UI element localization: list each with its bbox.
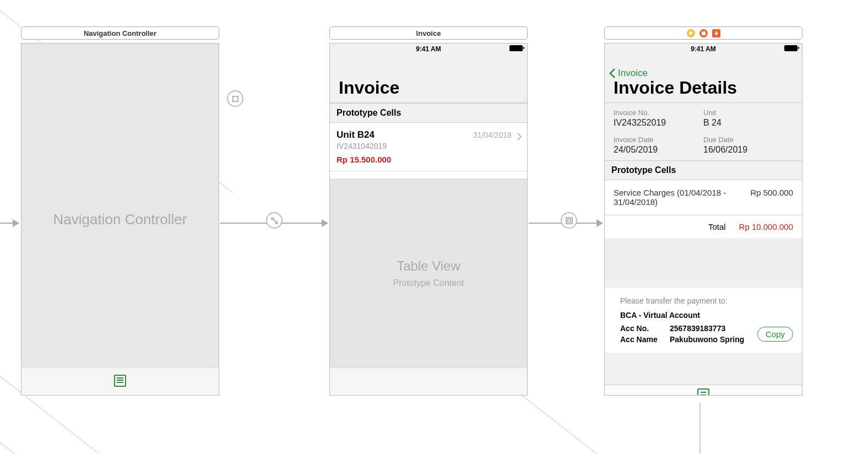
entry-point-arrow	[0, 219, 19, 227]
status-bar: 9:41 AM	[605, 44, 802, 55]
first-responder-icon	[699, 29, 708, 37]
spacer	[605, 238, 802, 288]
segue-show-icon[interactable]	[561, 212, 577, 229]
acc-name-value: Pakubuwono Spring	[670, 335, 757, 344]
line-item-desc: Service Charges (01/04/2018 - 31/04/2018…	[614, 188, 750, 207]
svg-line-2	[273, 219, 276, 222]
chevron-right-icon	[517, 133, 522, 143]
tab-bar[interactable]: Invoice	[605, 385, 802, 396]
acc-no-value: 2567839183773	[670, 324, 757, 333]
svg-rect-4	[566, 217, 572, 223]
page-title: Invoice	[339, 78, 399, 98]
status-bar: 9:41 AM	[330, 44, 527, 55]
cell-date: 31/04/2018	[473, 131, 512, 139]
scene-title-label: Invoice	[416, 29, 441, 37]
payment-instruction: Please transfer the payment to:	[620, 296, 793, 305]
placeholder-label: Navigation Controller	[53, 211, 187, 228]
placeholder-title: Table View	[397, 258, 460, 274]
invoice-date-value: 24/05/2019	[614, 145, 703, 155]
phone-frame: 9:41 AM Navigation Controller	[21, 43, 219, 396]
invoice-no-value: IV243252019	[614, 118, 703, 128]
scene-invoice-details[interactable]: 9:41 AM Invoice Invoice Details Invoice …	[604, 26, 802, 396]
background-line	[699, 402, 701, 454]
invoice-cell[interactable]: Unit B24 IV2431042019 Rp 15.500.000 31/0…	[330, 123, 527, 171]
scene-title-label: Navigation Controller	[84, 29, 156, 37]
invoice-tab-icon	[697, 388, 709, 396]
background-line	[0, 408, 86, 454]
svg-rect-5	[567, 219, 571, 222]
payment-info: Please transfer the payment to: BCA - Vi…	[605, 288, 802, 353]
invoice-no-label: Invoice No.	[614, 109, 703, 117]
svg-point-1	[275, 221, 278, 224]
total-amount: Rp 10.000.000	[739, 222, 793, 231]
cell-price: Rp 15.500.000	[337, 155, 520, 164]
back-label: Invoice	[618, 68, 648, 79]
svg-rect-7	[702, 31, 706, 35]
table-view-placeholder: Table View Prototype Content	[330, 179, 527, 367]
segue-embed-icon[interactable]	[227, 90, 243, 107]
total-row: Total Rp 10.000.000	[605, 215, 802, 238]
phone-frame: 9:41 AM Invoice Invoice Details Invoice …	[604, 43, 802, 396]
scene-navigation-controller[interactable]: Navigation Controller 9:41 AM Navigation…	[21, 26, 219, 396]
total-label: Total	[708, 222, 726, 231]
svg-point-0	[271, 217, 273, 219]
status-time: 9:41 AM	[416, 45, 441, 53]
page-title: Invoice Details	[614, 78, 737, 98]
scene-title-bar[interactable]: Invoice	[329, 26, 528, 40]
unit-label: Unit	[703, 109, 793, 117]
cell-spacer	[330, 171, 527, 179]
scene-invoice[interactable]: Invoice 9:41 AM Invoice Prototype Cells …	[329, 26, 528, 396]
tab-bar-placeholder	[330, 367, 527, 395]
nav-controller-placeholder: Navigation Controller	[21, 44, 219, 395]
section-header: Prototype Cells	[605, 160, 802, 180]
battery-icon	[509, 45, 523, 51]
exit-icon	[712, 29, 720, 37]
svg-rect-3	[232, 96, 237, 101]
nav-bar: Invoice Invoice Details	[605, 55, 802, 103]
unit-value: B 24	[703, 118, 793, 128]
section-header: Prototype Cells	[330, 103, 527, 123]
tab-bar-placeholder	[21, 367, 219, 395]
acc-no-label: Acc No.	[620, 324, 670, 333]
placeholder-subtitle: Prototype Content	[393, 278, 464, 288]
nav-bar: Invoice	[330, 55, 527, 103]
scene-title-bar[interactable]	[604, 26, 802, 40]
invoice-tab-icon	[114, 375, 126, 387]
line-item-row: Service Charges (01/04/2018 - 31/04/2018…	[605, 180, 802, 215]
segue-relationship-icon[interactable]	[266, 212, 283, 229]
battery-icon	[784, 45, 798, 51]
svg-point-6	[689, 31, 692, 35]
acc-name-label: Acc Name	[620, 335, 670, 344]
due-date-label: Due Date	[703, 136, 793, 144]
viewcontroller-icon	[687, 29, 695, 37]
phone-frame: 9:41 AM Invoice Prototype Cells Unit B24…	[329, 43, 528, 396]
line-item-amount: Rp 500.000	[750, 188, 793, 207]
cell-code: IV2431042019	[337, 142, 520, 150]
copy-button[interactable]: Copy	[757, 327, 793, 342]
scene-title-bar[interactable]: Navigation Controller	[21, 26, 219, 40]
payment-bank: BCA - Virtual Account	[620, 311, 793, 320]
due-date-value: 16/06/2019	[703, 145, 793, 155]
invoice-meta: Invoice No. IV243252019 Unit B 24 Invoic…	[605, 103, 802, 160]
storyboard-canvas[interactable]: Navigation Controller 9:41 AM Navigation…	[0, 0, 868, 454]
back-button[interactable]: Invoice	[609, 68, 648, 79]
status-time: 9:41 AM	[691, 45, 716, 53]
invoice-date-label: Invoice Date	[614, 136, 703, 144]
